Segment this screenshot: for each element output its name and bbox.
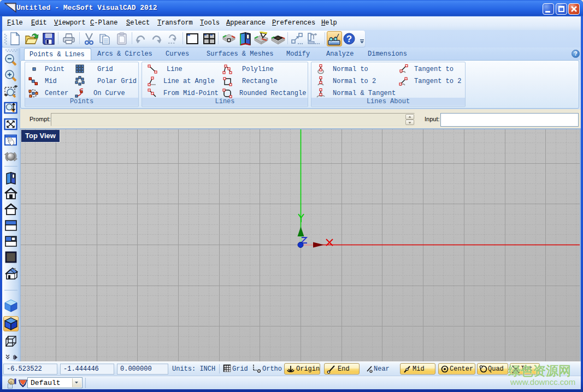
svg-text:?: ? bbox=[346, 34, 352, 44]
